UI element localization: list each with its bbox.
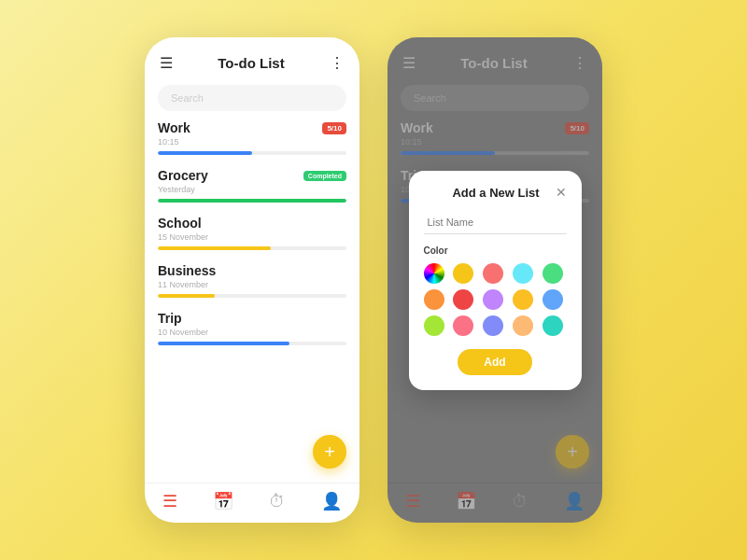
header-left: ☰ To-do List ⋮ (145, 37, 359, 79)
progress-trip (158, 342, 346, 345)
item-title-trip: Trip (158, 311, 182, 326)
item-title-grocery: Grocery (158, 168, 208, 183)
color-rainbow[interactable] (424, 263, 444, 284)
modal-close-button[interactable]: ✕ (556, 186, 567, 199)
add-list-button[interactable]: Add (458, 349, 532, 375)
color-indigo[interactable] (483, 315, 503, 336)
progress-business (158, 294, 346, 298)
list-item-trip[interactable]: Trip 10 November (158, 311, 346, 345)
menu-icon-left[interactable]: ☰ (160, 54, 173, 72)
item-sub-work: 10:15 (158, 137, 346, 147)
color-purple[interactable] (483, 289, 503, 310)
progress-grocery (158, 199, 346, 203)
list-item-business[interactable]: Business 11 November (158, 263, 346, 298)
more-icon-left[interactable]: ⋮ (330, 54, 345, 72)
color-green[interactable] (543, 263, 563, 284)
search-bar-left[interactable]: Search (158, 85, 346, 111)
phone-left: ☰ To-do List ⋮ Search Work 5/10 10:15 Gr… (145, 37, 359, 523)
color-teal[interactable] (543, 315, 563, 336)
nav-timer-icon[interactable]: ⏱ (269, 492, 286, 511)
nav-calendar-icon[interactable]: 📅 (213, 491, 233, 511)
item-title-business: Business (158, 263, 216, 278)
fab-button-left[interactable]: + (313, 435, 346, 469)
modal-header: Add a New List ✕ (424, 186, 567, 200)
list-item-grocery[interactable]: Grocery Completed Yesterday (158, 168, 346, 203)
add-list-modal: Add a New List ✕ Color (409, 171, 582, 390)
list-item-school[interactable]: School 15 November (158, 216, 346, 250)
color-cyan[interactable] (513, 263, 533, 284)
color-yellow[interactable] (453, 263, 473, 284)
progress-school (158, 246, 346, 250)
item-sub-grocery: Yesterday (158, 185, 346, 194)
modal-title: Add a New List (437, 186, 556, 200)
list-body-left: Work 5/10 10:15 Grocery Completed Yester… (145, 120, 359, 483)
list-name-input[interactable] (424, 211, 567, 234)
item-sub-business: 11 November (158, 280, 346, 289)
item-title-school: School (158, 216, 202, 231)
color-lime[interactable] (424, 315, 444, 336)
item-sub-trip: 10 November (158, 328, 346, 337)
badge-work: 5/10 (322, 122, 346, 134)
color-coral[interactable] (483, 263, 503, 284)
color-orange2[interactable] (513, 315, 533, 336)
nav-user-icon[interactable]: 👤 (321, 491, 342, 511)
color-blue[interactable] (543, 289, 563, 310)
color-rose[interactable] (453, 315, 473, 336)
color-orange[interactable] (424, 289, 444, 310)
bottom-nav-left: ☰ 📅 ⏱ 👤 (145, 483, 359, 523)
list-item-work[interactable]: Work 5/10 10:15 (158, 120, 346, 155)
nav-list-icon[interactable]: ☰ (162, 491, 177, 511)
item-sub-school: 15 November (158, 232, 346, 242)
color-label: Color (424, 245, 567, 256)
badge-grocery: Completed (303, 171, 346, 181)
title-left: To-do List (218, 55, 284, 71)
phone-right: ☰ To-do List ⋮ Search Work 5/10 10:15 Tr… (388, 37, 602, 523)
color-amber[interactable] (513, 289, 533, 310)
progress-work (158, 151, 346, 155)
search-placeholder-left: Search (171, 92, 204, 104)
item-title-work: Work (158, 120, 190, 135)
color-red[interactable] (453, 289, 473, 310)
color-picker (424, 263, 567, 336)
modal-overlay: Add a New List ✕ Color (388, 37, 602, 523)
